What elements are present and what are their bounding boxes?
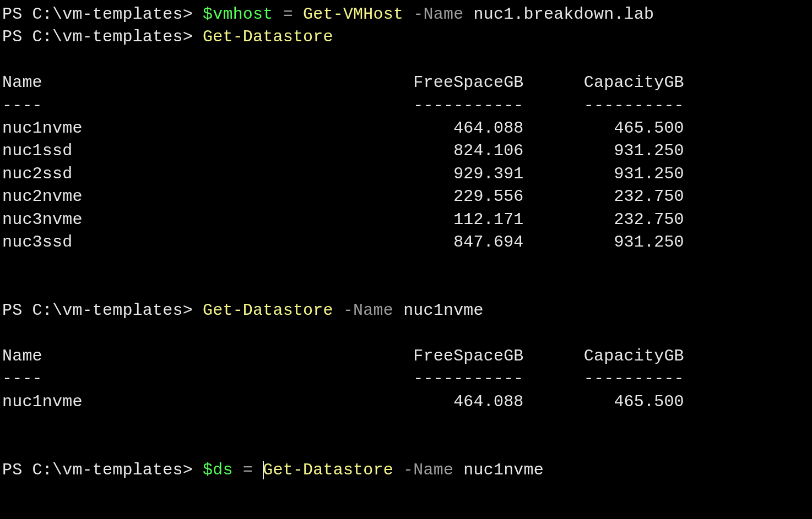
argument-dsname: nuc1nvme: [463, 461, 544, 479]
operator-equals: =: [273, 5, 303, 24]
table2-rows: nuc1nvme 464.088 465.500: [2, 392, 684, 411]
variable-ds: $ds: [203, 461, 233, 479]
cmdlet-get-vmhost: Get-VMHost: [303, 5, 403, 24]
cmdlet-get-datastore: Get-Datastore: [203, 301, 333, 320]
param-name: -Name: [403, 5, 473, 24]
param-name: -Name: [393, 461, 463, 479]
param-name: -Name: [333, 301, 403, 320]
argument-hostname: nuc1.breakdown.lab: [474, 5, 654, 24]
argument-dsname: nuc1nvme: [403, 301, 484, 320]
variable-vmhost: $vmhost: [203, 5, 273, 24]
table1-dashes: ---- ----------- ----------: [2, 96, 684, 115]
operator-equals: =: [233, 461, 263, 479]
prompt: PS C:\vm-templates>: [2, 5, 203, 24]
table1-rows: nuc1nvme 464.088 465.500 nuc1ssd 824.106…: [2, 119, 684, 252]
cmdlet-get-datastore: Get-Datastore: [203, 28, 333, 46]
prompt: PS C:\vm-templates>: [2, 461, 203, 479]
table2-dashes: ---- ----------- ----------: [2, 369, 684, 388]
prompt: PS C:\vm-templates>: [2, 28, 203, 46]
table2-header: Name FreeSpaceGB CapacityGB: [2, 347, 684, 365]
cmdlet-get-datastore: Get-Datastore: [263, 461, 393, 479]
prompt: PS C:\vm-templates>: [2, 301, 203, 320]
terminal-output[interactable]: PS C:\vm-templates> $vmhost = Get-VMHost…: [0, 0, 812, 485]
table1-header: Name FreeSpaceGB CapacityGB: [2, 73, 684, 92]
